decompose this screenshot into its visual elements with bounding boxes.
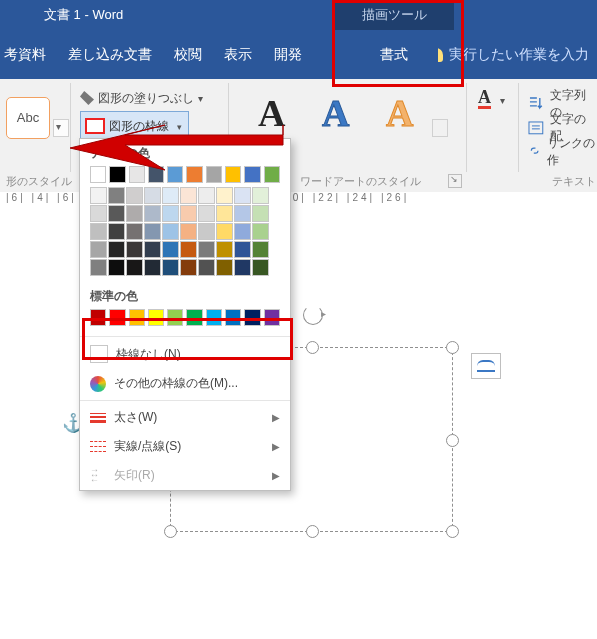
wordart-style-2[interactable]: A: [322, 91, 349, 135]
outline-weight-item[interactable]: 太さ(W): [80, 403, 290, 432]
color-swatch[interactable]: [108, 223, 125, 240]
color-swatch[interactable]: [216, 205, 233, 222]
resize-handle-mr[interactable]: [446, 434, 459, 447]
color-swatch[interactable]: [234, 187, 251, 204]
color-swatch[interactable]: [162, 223, 179, 240]
color-swatch[interactable]: [180, 187, 197, 204]
color-swatch[interactable]: [144, 223, 161, 240]
color-swatch[interactable]: [252, 259, 269, 276]
color-swatch[interactable]: [216, 223, 233, 240]
color-swatch[interactable]: [252, 187, 269, 204]
color-swatch[interactable]: [148, 309, 164, 326]
color-swatch[interactable]: [198, 259, 215, 276]
outline-dashes-item[interactable]: 実線/点線(S): [80, 432, 290, 461]
color-swatch[interactable]: [167, 309, 183, 326]
text-fill-chevron-icon[interactable]: ▾: [500, 95, 505, 106]
color-swatch[interactable]: [225, 309, 241, 326]
color-swatch[interactable]: [129, 166, 145, 183]
no-outline-item[interactable]: 枠線なし(N): [80, 339, 290, 369]
color-swatch[interactable]: [234, 259, 251, 276]
color-swatch[interactable]: [162, 187, 179, 204]
color-swatch[interactable]: [109, 166, 125, 183]
color-swatch[interactable]: [162, 205, 179, 222]
color-swatch[interactable]: [90, 223, 107, 240]
color-swatch[interactable]: [252, 205, 269, 222]
color-swatch[interactable]: [144, 259, 161, 276]
color-swatch[interactable]: [206, 309, 222, 326]
resize-handle-bm[interactable]: [306, 525, 319, 538]
create-link-button[interactable]: リンクの作: [528, 135, 597, 169]
tab-view[interactable]: 表示: [224, 30, 252, 79]
color-swatch[interactable]: [90, 241, 107, 258]
color-swatch[interactable]: [234, 241, 251, 258]
color-swatch[interactable]: [126, 205, 143, 222]
color-swatch[interactable]: [198, 223, 215, 240]
more-outline-colors-item[interactable]: その他の枠線の色(M)...: [80, 369, 290, 398]
color-swatch[interactable]: [108, 187, 125, 204]
text-fill-button[interactable]: A: [478, 87, 491, 109]
color-swatch[interactable]: [264, 309, 280, 326]
resize-handle-bl[interactable]: [164, 525, 177, 538]
resize-handle-tm[interactable]: [306, 341, 319, 354]
shape-outline-button[interactable]: 図形の枠線: [80, 111, 189, 141]
color-swatch[interactable]: [180, 223, 197, 240]
tab-mailings[interactable]: 差し込み文書: [68, 30, 152, 79]
color-swatch[interactable]: [225, 166, 241, 183]
color-swatch[interactable]: [244, 309, 260, 326]
color-swatch[interactable]: [126, 223, 143, 240]
color-swatch[interactable]: [109, 309, 125, 326]
color-swatch[interactable]: [180, 205, 197, 222]
resize-handle-tr[interactable]: [446, 341, 459, 354]
color-swatch[interactable]: [234, 205, 251, 222]
color-swatch[interactable]: [206, 166, 222, 183]
shape-style-preset[interactable]: Abc: [6, 97, 50, 139]
tab-review[interactable]: 校閲: [174, 30, 202, 79]
color-swatch[interactable]: [180, 259, 197, 276]
color-swatch[interactable]: [148, 166, 164, 183]
wordart-dialog-launcher[interactable]: [448, 174, 462, 188]
color-swatch[interactable]: [167, 166, 183, 183]
tab-references[interactable]: 考資料: [4, 30, 46, 79]
shape-fill-button[interactable]: 図形の塗りつぶし▾: [80, 87, 203, 109]
wordart-style-3[interactable]: A: [386, 91, 413, 135]
color-swatch[interactable]: [216, 241, 233, 258]
color-swatch[interactable]: [144, 241, 161, 258]
color-swatch[interactable]: [144, 205, 161, 222]
color-swatch[interactable]: [90, 166, 106, 183]
tab-format[interactable]: 書式: [350, 30, 438, 79]
color-swatch[interactable]: [126, 259, 143, 276]
color-swatch[interactable]: [129, 309, 145, 326]
color-swatch[interactable]: [244, 166, 260, 183]
color-swatch[interactable]: [162, 259, 179, 276]
color-swatch[interactable]: [186, 309, 202, 326]
wordart-expand[interactable]: [432, 119, 448, 137]
color-swatch[interactable]: [108, 205, 125, 222]
color-swatch[interactable]: [234, 223, 251, 240]
resize-handle-br[interactable]: [446, 525, 459, 538]
color-swatch[interactable]: [186, 166, 202, 183]
color-swatch[interactable]: [108, 241, 125, 258]
color-swatch[interactable]: [126, 241, 143, 258]
color-swatch[interactable]: [252, 241, 269, 258]
color-swatch[interactable]: [90, 309, 106, 326]
color-swatch[interactable]: [90, 205, 107, 222]
color-swatch[interactable]: [198, 187, 215, 204]
color-swatch[interactable]: [180, 241, 197, 258]
color-swatch[interactable]: [216, 259, 233, 276]
rotate-handle[interactable]: [303, 305, 323, 325]
color-swatch[interactable]: [144, 187, 161, 204]
color-swatch[interactable]: [126, 187, 143, 204]
layout-options-button[interactable]: [471, 353, 501, 379]
color-swatch[interactable]: [198, 241, 215, 258]
color-swatch[interactable]: [90, 259, 107, 276]
tab-developer[interactable]: 開発: [274, 30, 302, 79]
shape-style-expand[interactable]: [53, 119, 69, 137]
color-swatch[interactable]: [264, 166, 280, 183]
color-swatch[interactable]: [162, 241, 179, 258]
color-swatch[interactable]: [216, 187, 233, 204]
wordart-style-1[interactable]: A: [258, 91, 285, 135]
color-swatch[interactable]: [108, 259, 125, 276]
color-swatch[interactable]: [90, 187, 107, 204]
color-swatch[interactable]: [198, 205, 215, 222]
color-swatch[interactable]: [252, 223, 269, 240]
